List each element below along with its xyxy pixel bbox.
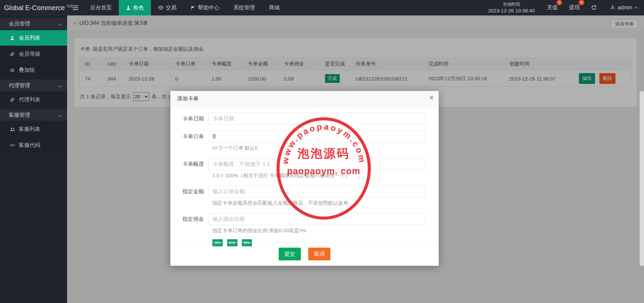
refresh-icon — [591, 5, 597, 10]
nav-item-system[interactable]: 系统管理 — [226, 0, 262, 15]
modal-footer: 提交 取消 — [170, 242, 439, 260]
submit-button[interactable]: 提交 — [279, 248, 301, 260]
user-menu[interactable]: admin — [610, 5, 637, 11]
chevron-down-icon — [58, 22, 61, 26]
nav-item-label: 系统管理 — [233, 4, 255, 11]
withdraw-link[interactable]: 提现 0 — [569, 4, 580, 11]
sidebar-item-label: 客服代码 — [19, 142, 40, 149]
specified-amount-input[interactable] — [208, 186, 425, 198]
sidebar-group-agent-mgmt[interactable]: 代理管理 — [0, 80, 67, 91]
username-label: admin — [618, 5, 632, 11]
card-order-input[interactable] — [208, 131, 425, 143]
refresh-button[interactable] — [591, 5, 597, 10]
sidebar-group-member-mgmt[interactable]: 会员管理 — [0, 18, 67, 30]
modal-title: 添加卡单 — [177, 95, 199, 102]
field-card-date: 卡单日期 — [174, 113, 425, 125]
nav-item-trade[interactable]: 交易 — [151, 0, 183, 15]
link-icon — [9, 97, 15, 102]
card-order-label: 卡单订单 — [174, 133, 204, 140]
card-range-input[interactable] — [208, 158, 425, 170]
card-range-hint: 1.0 = 100%（相当于没打 卡单幅度和指定金额只能调整一个） — [212, 172, 425, 179]
specified-amount-label: 指定金额 — [174, 188, 204, 195]
users-icon — [9, 127, 15, 132]
nav-item-help-center[interactable]: 帮助中心 — [183, 0, 226, 15]
flag-icon — [191, 5, 196, 10]
cancel-button[interactable]: 取消 — [308, 248, 330, 260]
field-specified-commission: 指定佣金 — [174, 213, 425, 225]
specified-commission-label: 指定佣金 — [174, 216, 204, 223]
close-icon[interactable]: × — [429, 94, 434, 102]
field-card-order: 卡单订单 — [174, 131, 425, 143]
app-logo: Global E-Commerce V16 — [0, 4, 67, 12]
nav-item-label: 角色 — [133, 4, 144, 11]
link-icon — [9, 52, 15, 57]
sidebar-group-label: 代理管理 — [9, 82, 30, 89]
nav-item-label: 商城 — [269, 4, 280, 11]
sidebar-item-label: 会员等级 — [19, 51, 40, 58]
chevron-down-icon — [58, 84, 61, 87]
local-time-block: 当地时间 2023-12-26 10:38:40 — [488, 2, 535, 14]
app-version: V16 — [67, 4, 73, 8]
top-navbar: Global E-Commerce V16 后台首页 角色 交易 帮助中心 系统… — [0, 0, 644, 15]
nav-item-mall[interactable]: 商城 — [262, 0, 287, 15]
card-date-input[interactable] — [208, 113, 425, 125]
withdraw-label: 提现 — [569, 4, 580, 10]
withdraw-count-badge: 0 — [579, 0, 584, 5]
recharge-label: 充值 — [547, 4, 557, 10]
person-icon — [126, 5, 131, 10]
sidebar-item-member-level[interactable]: 会员等级 — [0, 46, 67, 62]
nav-item-label: 后台首页 — [90, 4, 112, 11]
sidebar-item-label: 客服列表 — [19, 126, 40, 133]
field-specified-amount: 指定金额 — [174, 186, 425, 198]
sidebar-item-label: 叠加组 — [19, 67, 35, 74]
nav-item-dashboard[interactable]: 后台首页 — [83, 0, 119, 15]
app-title: Global E-Commerce — [4, 4, 65, 11]
sidebar-group-service-mgmt[interactable]: 客服管理 — [0, 109, 67, 121]
chevron-down-icon — [58, 113, 61, 117]
recharge-count-badge: 0 — [556, 0, 562, 5]
specified-commission-input[interactable] — [208, 213, 425, 225]
sidebar-item-label: 会员列表 — [19, 35, 40, 42]
modal-body: 卡单日期 卡单订单 0=下一个订单 默认0 卡单幅度 1.0 = 100%（相当… — [170, 107, 439, 246]
sidebar-item-member-list[interactable]: 会员列表 — [0, 30, 67, 46]
sidebar-toggle-button[interactable] — [72, 5, 78, 10]
local-time-label: 当地时间 — [488, 2, 535, 7]
field-card-range: 卡单幅度 — [174, 158, 425, 170]
sidebar: 会员管理 会员列表 会员等级 叠加组 代理管理 代理列表 客服管理 — [0, 15, 67, 303]
sidebar-item-service-list[interactable]: 客服列表 — [0, 121, 67, 137]
sidebar-group-label: 客服管理 — [9, 112, 30, 119]
local-time-value: 2023-12-26 10:38:40 — [488, 7, 535, 14]
nav-item-label: 帮助中心 — [198, 4, 219, 11]
card-order-hint: 0=下一个订单 默认0 — [212, 145, 425, 151]
navbar-right: 当地时间 2023-12-26 10:38:40 充值 0 提现 0 admin — [488, 2, 644, 14]
nav-item-label: 交易 — [166, 4, 176, 11]
add-card-order-modal: 添加卡单 × 卡单日期 卡单订单 0=下一个订单 默认0 卡单幅度 1.0 = … — [170, 91, 439, 266]
sidebar-item-agent-list[interactable]: 代理列表 — [0, 92, 67, 107]
chevron-up-icon — [634, 7, 638, 10]
sidebar-item-service-code[interactable]: </> 客服代码 — [0, 138, 67, 153]
list-icon — [9, 68, 15, 73]
recharge-link[interactable]: 充值 0 — [547, 4, 557, 11]
scales-icon — [158, 5, 163, 10]
sidebar-item-stack-group[interactable]: 叠加组 — [0, 62, 67, 78]
nav-item-roles[interactable]: 角色 — [119, 0, 151, 15]
card-date-label: 卡单日期 — [174, 115, 204, 122]
card-range-label: 卡单幅度 — [174, 161, 204, 168]
specified-amount-hint: 指定卡单金额系统会匹配输入金额的商品，不填按照默认派单 — [212, 200, 425, 206]
code-icon: </> — [9, 143, 15, 148]
user-icon — [610, 5, 615, 10]
sidebar-item-label: 代理列表 — [19, 96, 40, 103]
specified-commission-hint: 指定卡单订单的佣金比例 例如0.03就是3% — [212, 228, 425, 234]
scrollbar[interactable] — [640, 91, 644, 266]
modal-header: 添加卡单 — [170, 91, 439, 107]
person-icon — [9, 36, 15, 41]
sidebar-group-label: 会员管理 — [9, 20, 30, 28]
hamburger-icon — [72, 5, 78, 10]
